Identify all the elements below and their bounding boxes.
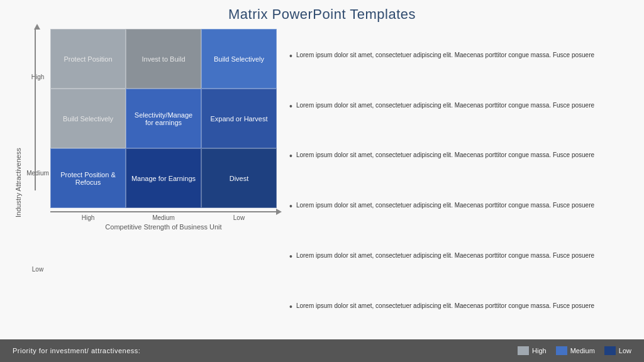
cell-protect-position: Protect Position xyxy=(50,29,126,89)
matrix-and-x: Protect Position Invest to Build Build S… xyxy=(50,29,277,336)
bullet-item: •Lorem ipsum dolor sit amet, consectetue… xyxy=(289,101,631,112)
bullet-item: •Lorem ipsum dolor sit amet, consectetue… xyxy=(289,251,631,262)
y-label-medium: Medium xyxy=(25,125,50,221)
legend-box xyxy=(556,346,567,355)
x-label-medium: Medium xyxy=(126,212,201,221)
footer: Priority for investment/ attractiveness:… xyxy=(0,339,644,362)
matrix-grid-area: High Medium Low Protect Position Invest … xyxy=(25,29,277,336)
legend-items: HighMediumLow xyxy=(518,346,631,355)
x-label-low: Low xyxy=(201,212,277,221)
cell-manage-earnings: Manage for Earnings xyxy=(126,148,201,208)
cell-build-selectively-mid: Build Selectively xyxy=(50,89,126,148)
bullet-list: •Lorem ipsum dolor sit amet, consectetue… xyxy=(289,29,631,336)
legend-text: Low xyxy=(619,347,631,354)
main-container: Matrix PowerPoint Templates Industry Att… xyxy=(0,0,644,339)
legend-box xyxy=(518,346,529,355)
bullet-text: Lorem ipsum dolor sit amet, consectetuer… xyxy=(296,101,594,110)
legend-item: High xyxy=(518,346,547,355)
bullet-text: Lorem ipsum dolor sit amet, consectetuer… xyxy=(296,301,594,310)
bullet-text: Lorem ipsum dolor sit amet, consectetuer… xyxy=(296,200,594,210)
footer-label: Priority for investment/ attractiveness: xyxy=(13,347,140,354)
legend-text: High xyxy=(532,347,547,354)
y-labels: High Medium Low xyxy=(25,29,50,336)
bullet-dot: • xyxy=(289,50,292,62)
bullet-item: •Lorem ipsum dolor sit amet, consectetue… xyxy=(289,200,631,212)
cell-build-selectively-top: Build Selectively xyxy=(201,29,277,89)
x-axis-label: Competitive Strength of Business Unit xyxy=(50,223,277,231)
matrix-section: Industry Attractiveness High Medium Low … xyxy=(13,29,277,336)
content-area: Industry Attractiveness High Medium Low … xyxy=(13,29,631,336)
legend-text: Medium xyxy=(570,347,595,354)
bullet-dot: • xyxy=(289,251,292,262)
bullet-item: •Lorem ipsum dolor sit amet, consectetue… xyxy=(289,150,631,162)
x-axis-arrow xyxy=(50,211,277,212)
y-label-low: Low xyxy=(25,221,50,317)
page-title: Matrix PowerPoint Templates xyxy=(13,6,631,23)
cell-divest: Divest xyxy=(201,148,277,208)
y-label-high: High xyxy=(25,29,50,125)
matrix-grid: Protect Position Invest to Build Build S… xyxy=(50,29,277,208)
bullet-dot: • xyxy=(289,150,292,162)
legend-box xyxy=(604,346,616,355)
bullet-item: •Lorem ipsum dolor sit amet, consectetue… xyxy=(289,301,631,312)
x-labels: High Medium Low xyxy=(50,212,277,221)
matrix-with-axes: High Medium Low Protect Position Invest … xyxy=(25,29,277,336)
bullet-text: Lorem ipsum dolor sit amet, consectetuer… xyxy=(296,251,594,260)
bullet-dot: • xyxy=(289,301,292,312)
cell-invest-to-build: Invest to Build xyxy=(126,29,201,89)
bullet-text: Lorem ipsum dolor sit amet, consectetuer… xyxy=(296,50,594,60)
y-axis-label: Industry Attractiveness xyxy=(13,29,24,336)
bullet-dot: • xyxy=(289,200,292,212)
bullet-item: •Lorem ipsum dolor sit amet, consectetue… xyxy=(289,50,631,62)
cell-protect-refocus: Protect Position & Refocus xyxy=(50,148,126,208)
cell-selectivity-manage: Selectivity/Manage for earnings xyxy=(126,89,201,148)
legend-item: Medium xyxy=(556,346,595,355)
bullet-text: Lorem ipsum dolor sit amet, consectetuer… xyxy=(296,150,594,160)
cell-expand-harvest: Expand or Harvest xyxy=(201,89,277,148)
x-label-high: High xyxy=(50,212,126,221)
bullet-dot: • xyxy=(289,101,292,112)
legend-item: Low xyxy=(604,346,631,355)
